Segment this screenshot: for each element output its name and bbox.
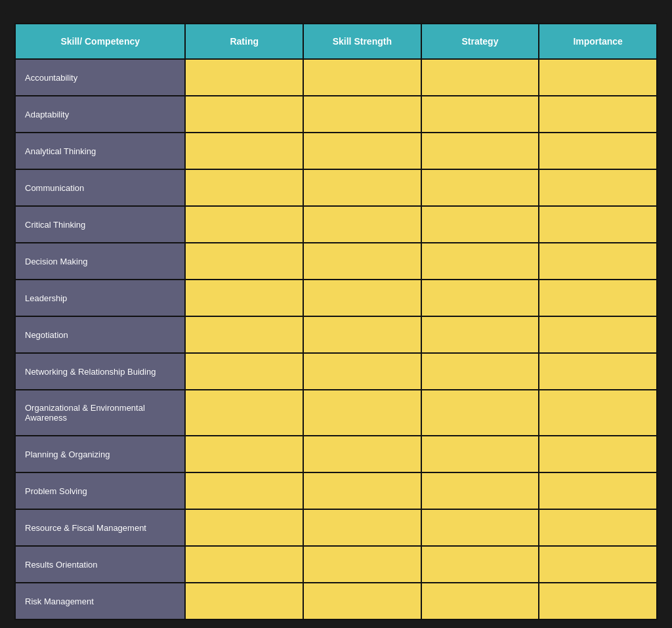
data-cell [539, 206, 657, 243]
data-cell [539, 546, 657, 583]
skill-cell: Leadership [15, 280, 185, 316]
data-cell [303, 206, 421, 243]
data-cell [539, 280, 657, 316]
data-cell [303, 96, 421, 133]
data-cell [539, 583, 657, 619]
table-row: Decision Making [15, 243, 657, 280]
skill-cell: Negotiation [15, 316, 185, 353]
table-row: Critical Thinking [15, 206, 657, 243]
data-cell [421, 546, 539, 583]
skills-table: Skill/ Competency Rating Skill Strength … [14, 23, 658, 620]
data-cell [421, 390, 539, 436]
table-row: Leadership [15, 280, 657, 316]
data-cell [303, 546, 421, 583]
data-cell [539, 243, 657, 280]
data-cell [303, 509, 421, 546]
data-cell [185, 133, 303, 169]
data-cell [185, 390, 303, 436]
data-cell [303, 169, 421, 206]
data-cell [421, 583, 539, 619]
data-cell [303, 436, 421, 472]
data-cell [303, 280, 421, 316]
table-row: Risk Management [15, 583, 657, 619]
table-row: Accountability [15, 59, 657, 96]
table-row: Results Orientation [15, 546, 657, 583]
table-row: Networking & Relationship Buiding [15, 353, 657, 390]
skill-cell: Analytical Thinking [15, 133, 185, 169]
data-cell [185, 96, 303, 133]
skill-cell: Risk Management [15, 583, 185, 619]
data-cell [185, 353, 303, 390]
col-header-skill: Skill/ Competency [15, 24, 185, 59]
data-cell [539, 169, 657, 206]
skill-cell: Problem Solving [15, 472, 185, 509]
col-header-rating: Rating [185, 24, 303, 59]
table-row: Analytical Thinking [15, 133, 657, 169]
data-cell [421, 243, 539, 280]
data-cell [421, 316, 539, 353]
skill-cell: Decision Making [15, 243, 185, 280]
data-cell [185, 59, 303, 96]
data-cell [539, 96, 657, 133]
header-row: Skill/ Competency Rating Skill Strength … [15, 24, 657, 59]
data-cell [421, 509, 539, 546]
data-cell [539, 472, 657, 509]
data-cell [303, 243, 421, 280]
skill-cell: Organizational & Environmental Awareness [15, 390, 185, 436]
data-cell [185, 509, 303, 546]
data-cell [185, 280, 303, 316]
skill-cell: Planning & Organizing [15, 436, 185, 472]
skill-cell: Resource & Fiscal Management [15, 509, 185, 546]
data-cell [303, 583, 421, 619]
skill-cell: Critical Thinking [15, 206, 185, 243]
col-header-strength: Skill Strength [303, 24, 421, 59]
data-cell [185, 169, 303, 206]
data-cell [539, 133, 657, 169]
data-cell [303, 390, 421, 436]
data-cell [539, 390, 657, 436]
data-cell [539, 316, 657, 353]
data-cell [421, 436, 539, 472]
data-cell [421, 353, 539, 390]
table-row: Adaptability [15, 96, 657, 133]
data-cell [421, 96, 539, 133]
data-cell [421, 206, 539, 243]
table-row: Resource & Fiscal Management [15, 509, 657, 546]
data-cell [303, 316, 421, 353]
data-cell [185, 546, 303, 583]
data-cell [303, 133, 421, 169]
data-cell [303, 472, 421, 509]
data-cell [421, 280, 539, 316]
data-cell [421, 59, 539, 96]
data-cell [421, 472, 539, 509]
table-row: Problem Solving [15, 472, 657, 509]
data-cell [539, 59, 657, 96]
col-header-importance: Importance [539, 24, 657, 59]
data-cell [421, 169, 539, 206]
data-cell [421, 133, 539, 169]
skill-cell: Accountability [15, 59, 185, 96]
data-cell [185, 206, 303, 243]
data-cell [185, 436, 303, 472]
data-cell [539, 509, 657, 546]
data-cell [539, 436, 657, 472]
skill-cell: Results Orientation [15, 546, 185, 583]
table-row: Communication [15, 169, 657, 206]
data-cell [303, 59, 421, 96]
table-wrapper: Skill/ Competency Rating Skill Strength … [5, 13, 667, 628]
data-cell [539, 353, 657, 390]
skill-cell: Networking & Relationship Buiding [15, 353, 185, 390]
table-row: Planning & Organizing [15, 436, 657, 472]
skill-cell: Communication [15, 169, 185, 206]
data-cell [185, 583, 303, 619]
table-row: Organizational & Environmental Awareness [15, 390, 657, 436]
skill-cell: Adaptability [15, 96, 185, 133]
data-cell [303, 353, 421, 390]
col-header-strategy: Strategy [421, 24, 539, 59]
data-cell [185, 243, 303, 280]
table-row: Negotiation [15, 316, 657, 353]
data-cell [185, 472, 303, 509]
data-cell [185, 316, 303, 353]
